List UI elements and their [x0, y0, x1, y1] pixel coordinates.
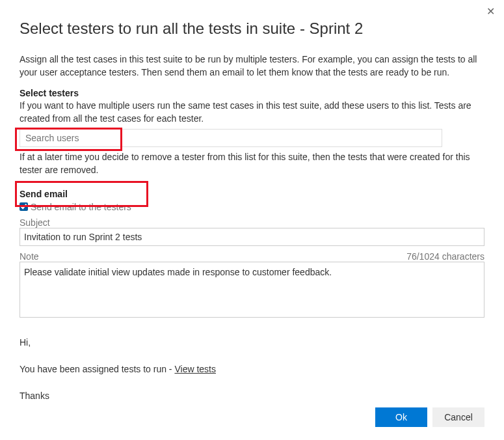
- dialog-title: Select testers to run all the tests in s…: [20, 20, 484, 38]
- close-icon[interactable]: ✕: [486, 7, 495, 17]
- note-char-counter: 76/1024 characters: [406, 251, 484, 262]
- email-preview: Hi, You have been assigned tests to run …: [20, 336, 484, 403]
- subject-label: Subject: [20, 217, 484, 228]
- send-email-checkbox-label: Send email to the testers: [31, 202, 131, 212]
- note-label: Note: [20, 251, 39, 262]
- search-users-input[interactable]: [20, 129, 442, 147]
- remove-tester-note: If at a later time you decide to remove …: [20, 151, 484, 176]
- preview-signoff: Thanks: [20, 389, 484, 403]
- preview-greeting: Hi,: [20, 336, 484, 350]
- select-testers-heading: Select testers: [20, 88, 484, 98]
- preview-body: You have been assigned tests to run - Vi…: [20, 363, 484, 376]
- preview-line1: You have been assigned tests to run -: [20, 364, 174, 374]
- view-tests-link[interactable]: View tests: [174, 364, 216, 374]
- ok-button[interactable]: Ok: [375, 407, 427, 427]
- cancel-button[interactable]: Cancel: [432, 407, 484, 427]
- send-email-checkbox[interactable]: [20, 202, 28, 211]
- dialog-footer: Ok Cancel: [375, 407, 484, 427]
- subject-input[interactable]: [20, 228, 484, 246]
- note-textarea[interactable]: [20, 262, 484, 318]
- send-email-heading: Send email: [20, 189, 484, 199]
- send-email-checkbox-row[interactable]: Send email to the testers: [20, 202, 484, 212]
- select-testers-help: If you want to have multiple users run t…: [20, 100, 484, 125]
- select-testers-dialog: ✕ Select testers to run all the tests in…: [0, 0, 504, 440]
- dialog-description: Assign all the test cases in this test s…: [20, 53, 484, 79]
